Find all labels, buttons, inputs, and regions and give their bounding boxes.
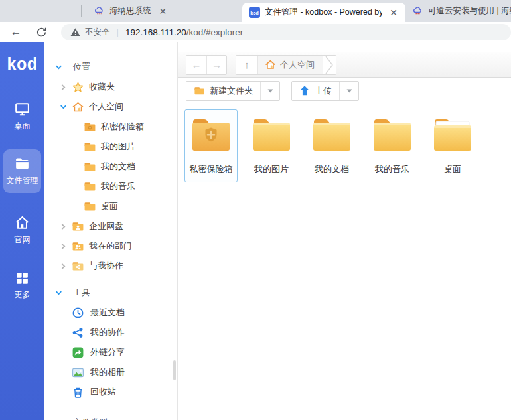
chevron-icon[interactable]	[54, 289, 62, 297]
browser-reload-icon[interactable]	[32, 23, 50, 41]
tree-item-icon	[72, 220, 84, 233]
file-item[interactable]: 桌面	[426, 109, 479, 182]
forward-button[interactable]: →	[206, 56, 226, 74]
url-field[interactable]: 不安全 | 192.168.111.20/kod/#explorer	[61, 24, 511, 40]
tree-item[interactable]: 企业网盘	[44, 216, 177, 236]
tree-item[interactable]: 我的相册	[44, 362, 177, 382]
tree-item[interactable]: 我的文档	[44, 157, 177, 176]
chevron-icon[interactable]	[59, 263, 67, 270]
tree-item-label: 个人空间	[89, 101, 123, 113]
tree-item-icon	[84, 161, 96, 173]
kodbox-app: kod 桌面 文件管理 官网 更多 位置 收藏夹	[0, 42, 511, 420]
tree-item[interactable]: 桌面	[44, 196, 177, 216]
tab-close-icon[interactable]: ✕	[387, 7, 400, 19]
tree-item-label: 位置	[73, 61, 90, 73]
app-sidebar-item[interactable]: 官网	[0, 210, 44, 249]
tree-item-label: 桌面	[101, 200, 118, 212]
browser-address-bar: ← 不安全 | 192.168.111.20/kod/#explorer	[0, 22, 511, 42]
tree-sidebar: 位置 收藏夹 个人空间 私密保险箱 我的图片 我的文档	[44, 42, 178, 420]
breadcrumb-bar: ← → ↑ 个人空间	[178, 52, 511, 78]
tree-item-icon	[84, 200, 96, 213]
tree-item[interactable]: 与我协作	[44, 256, 177, 276]
tree-item[interactable]: 工具	[44, 283, 177, 303]
divider: |	[117, 27, 119, 37]
tab-list: 海纳思系统 ✕ kod 文件管理 - kodbox - Powered by ✕…	[87, 0, 511, 22]
tree-item[interactable]: 私密保险箱	[44, 117, 177, 137]
divider	[81, 5, 82, 17]
chevron-icon[interactable]	[59, 84, 67, 91]
tab-title: 可道云安装与使用 | 海纳思	[428, 5, 511, 17]
breadcrumb-label: 个人空间	[280, 59, 315, 71]
tree-item[interactable]: 我在的部门	[44, 236, 177, 256]
tree-item-label: 我的相册	[90, 366, 125, 378]
app-sidebar-item-icon	[0, 214, 44, 231]
chevron-icon[interactable]	[59, 104, 67, 111]
not-secure-warning-icon	[70, 27, 80, 36]
browser-chrome-icon[interactable]	[54, 1, 74, 21]
tree-item[interactable]: 回收站	[44, 382, 177, 402]
browser-chrome-icon[interactable]	[4, 1, 24, 21]
tree-item[interactable]: 我的协作	[44, 322, 177, 342]
upload-dropdown-button[interactable]	[339, 82, 358, 100]
app-sidebar-item-label: 桌面	[15, 121, 31, 131]
new-folder-label: 新建文件夹	[210, 85, 253, 97]
tree-item-icon	[72, 240, 84, 253]
tab-title: 文件管理 - kodbox - Powered by	[265, 7, 382, 18]
file-manager-main: ← → ↑ 个人空间 新建文件夹	[178, 42, 511, 420]
url-host: 192.168.111.20	[125, 27, 186, 37]
tree-item-icon	[72, 346, 84, 359]
app-sidebar-item[interactable]: 更多	[0, 267, 44, 305]
chevron-icon[interactable]	[59, 243, 67, 250]
folder-icon	[372, 117, 413, 153]
back-button[interactable]: ←	[186, 56, 206, 74]
new-folder-dropdown-button[interactable]	[260, 82, 279, 100]
file-grid: 私密保险箱 我的图片 我的文档 我的音乐 桌面	[178, 104, 511, 420]
browser-chrome-icon[interactable]	[29, 1, 49, 21]
file-item[interactable]: 我的图片	[245, 109, 298, 182]
url-path: /kod/#explorer	[186, 27, 244, 37]
folder-icon	[311, 117, 352, 153]
breadcrumb[interactable]: 个人空间	[258, 56, 323, 74]
browser-tab[interactable]: 可道云安装与使用 | 海纳思	[405, 0, 511, 22]
upload-label: 上传	[315, 85, 332, 97]
chevron-icon[interactable]	[54, 64, 62, 71]
file-item[interactable]: 我的文档	[305, 109, 358, 182]
tree-item-label: 我的音乐	[101, 180, 135, 192]
breadcrumb-separator-icon	[323, 56, 336, 74]
file-name: 桌面	[444, 163, 461, 175]
tab-favicon-icon: kod	[249, 7, 260, 18]
tree-item-label: 私密保险箱	[101, 121, 144, 133]
tree-item-icon	[72, 326, 84, 339]
tab-close-icon[interactable]: ✕	[157, 5, 170, 17]
tree-item[interactable]: 个人空间	[44, 97, 177, 117]
kod-logo[interactable]: kod	[7, 54, 38, 80]
history-nav-group: ← →	[186, 55, 227, 75]
app-sidebar-item[interactable]: 文件管理	[3, 149, 41, 193]
tree-item[interactable]: 文件类型	[44, 413, 177, 420]
tree-item[interactable]: 我的图片	[44, 137, 177, 157]
app-sidebar-item-label: 更多	[15, 290, 31, 299]
upload-button[interactable]: 上传	[292, 82, 339, 100]
browser-tab[interactable]: kod 文件管理 - kodbox - Powered by ✕	[242, 3, 405, 22]
file-name: 私密保险箱	[190, 163, 233, 175]
tree-item[interactable]: 我的音乐	[44, 176, 177, 196]
tree-scrollbar[interactable]	[173, 360, 176, 380]
tree-item[interactable]: 位置	[44, 57, 177, 77]
tree-item[interactable]: 外链分享	[44, 342, 177, 362]
tree-item[interactable]: 收藏夹	[44, 77, 177, 97]
tab-title: 海纳思系统	[110, 5, 151, 17]
browser-tab[interactable]: 海纳思系统 ✕	[87, 0, 242, 22]
new-folder-button[interactable]: 新建文件夹	[186, 82, 260, 100]
browser-back-icon[interactable]: ←	[7, 23, 25, 41]
chevron-icon[interactable]	[59, 223, 67, 230]
tree-item[interactable]: 最近文档	[44, 303, 177, 322]
tree-item-label: 我在的部门	[89, 240, 132, 252]
tree-item-label: 外链分享	[90, 346, 125, 358]
file-item[interactable]: 私密保险箱	[184, 109, 238, 182]
security-label[interactable]: 不安全	[85, 27, 110, 38]
home-icon	[265, 59, 276, 70]
app-sidebar-item[interactable]: 桌面	[0, 97, 44, 136]
svg-text:kod: kod	[250, 11, 258, 15]
file-item[interactable]: 我的音乐	[366, 109, 419, 182]
up-button[interactable]: ↑	[236, 56, 258, 74]
